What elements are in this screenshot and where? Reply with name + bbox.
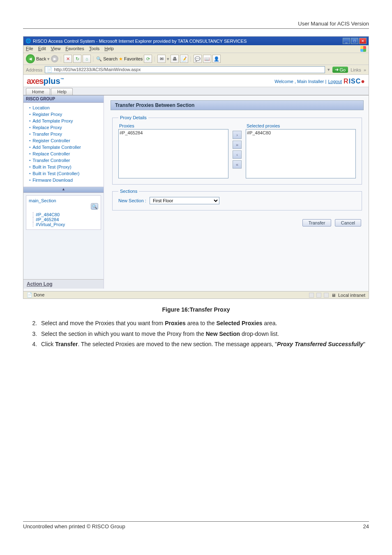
footer-left: Uncontrolled when printed © RISCO Group: [23, 523, 125, 530]
maximize-button[interactable]: □: [351, 38, 358, 44]
list-item[interactable]: #P_484C80: [247, 130, 355, 135]
links-label[interactable]: Links: [350, 67, 361, 72]
nav-bit-proxy[interactable]: Built in Test (Proxy): [29, 164, 100, 170]
status-right: Local intranet: [338, 293, 365, 298]
zone-icon: 🖥: [331, 293, 336, 298]
address-label: Address: [26, 67, 42, 72]
go-button[interactable]: ➜ Go: [332, 67, 348, 73]
selected-proxies-label: Selected proxies: [246, 123, 356, 129]
favorites-label: Favorites: [124, 56, 143, 61]
nav-register-proxy[interactable]: Register Proxy: [29, 111, 100, 118]
group-header: RISCO GROUP: [23, 95, 104, 103]
tree-item[interactable]: #P_465284: [33, 217, 98, 222]
menu-favorites[interactable]: Favorites: [65, 46, 84, 52]
back-button[interactable]: ◄: [26, 54, 35, 63]
minimize-button[interactable]: _: [343, 38, 350, 44]
status-left: 📄 Done: [27, 292, 44, 298]
nav-transfer-controller[interactable]: Transfer Controller: [29, 157, 100, 164]
menu-help[interactable]: Help: [104, 46, 114, 52]
search-label: Search: [103, 56, 118, 61]
tree-item[interactable]: #Virtual_Proxy: [33, 222, 98, 227]
figure-caption: Figure 16:Transfer Proxy: [23, 306, 369, 313]
logout-link[interactable]: Logout: [328, 79, 342, 84]
stop-button[interactable]: ✕: [64, 55, 72, 63]
print-button[interactable]: 🖶: [171, 55, 179, 63]
done-icon: 📄: [27, 292, 32, 297]
proxy-details-legend: Proxy Details: [118, 115, 148, 120]
new-section-select[interactable]: First Floor: [150, 197, 219, 204]
nav-add-template-proxy[interactable]: Add Template Proxy: [29, 118, 100, 124]
page-icon: 📄: [47, 67, 53, 72]
nav-replace-proxy[interactable]: Replace Proxy: [29, 124, 100, 131]
cancel-button[interactable]: Cancel: [335, 219, 361, 227]
mail-button[interactable]: ✉: [157, 55, 166, 63]
home-button[interactable]: ⌂: [83, 55, 91, 63]
nav-add-template-controller[interactable]: Add Template Controller: [29, 144, 100, 150]
menu-view[interactable]: View: [51, 46, 61, 52]
welcome-text: Welcome , Main Installer |: [274, 79, 326, 84]
forward-button[interactable]: ►: [51, 55, 58, 62]
history-button[interactable]: ⟳: [144, 55, 152, 63]
window-title: RISCO Access Control System - Microsoft …: [33, 39, 247, 44]
brand-logo: axesplus™: [27, 76, 64, 86]
nav-bit-controller[interactable]: Built in Test (Controller): [29, 170, 100, 177]
address-input[interactable]: 📄 http://01hw182233/ACIS/MainWindow.aspx: [45, 66, 325, 73]
tree-root[interactable]: main_Section: [29, 198, 98, 203]
nav-firmware-download[interactable]: Firmware Download: [29, 177, 100, 183]
move-left-button[interactable]: ‹: [233, 150, 242, 159]
edit-button[interactable]: 📝: [180, 55, 188, 63]
footer-page: 24: [363, 523, 369, 530]
transfer-button[interactable]: Transfer: [302, 219, 332, 227]
favorites-icon[interactable]: ★: [119, 56, 123, 62]
menu-tools[interactable]: Tools: [89, 46, 100, 52]
risco-logo: RISC●: [344, 78, 365, 85]
tab-home[interactable]: Home: [26, 88, 50, 95]
tree-item[interactable]: #P_484C80: [33, 212, 98, 217]
nav-replace-controller[interactable]: Replace Controller: [29, 150, 100, 157]
step-4: Click Transfer. The selected Proxies are…: [39, 340, 369, 349]
windows-flag-icon: [360, 46, 366, 52]
list-item[interactable]: #P_465284: [120, 130, 227, 135]
search-icon[interactable]: 🔍: [96, 56, 102, 62]
step-2: Select and move the Proxies that you wan…: [39, 319, 369, 328]
nav-register-controller[interactable]: Register Controller: [29, 137, 100, 144]
proxies-label: Proxies: [118, 123, 228, 129]
research-button[interactable]: 📖: [203, 55, 211, 63]
menu-edit[interactable]: Edit: [38, 46, 46, 52]
status-divider: [324, 293, 329, 298]
nav-transfer-proxy[interactable]: Transfer Proxy: [29, 131, 100, 137]
new-section-label: New Section :: [118, 198, 146, 203]
discuss-button[interactable]: 💬: [194, 55, 202, 63]
close-button[interactable]: ✕: [359, 38, 367, 44]
screenshot: 🌐 RISCO Access Control System - Microsof…: [23, 36, 369, 299]
selected-proxies-listbox[interactable]: #P_484C80: [246, 129, 356, 178]
refresh-button[interactable]: ↻: [73, 55, 81, 63]
proxies-listbox[interactable]: #P_465284: [118, 129, 228, 178]
menu-file[interactable]: File: [26, 46, 33, 52]
move-all-right-button[interactable]: »: [233, 141, 242, 149]
back-label: Back: [36, 56, 46, 61]
tree-search-button[interactable]: 🔍: [91, 203, 98, 210]
nav-location[interactable]: Location: [29, 104, 100, 111]
status-divider: [316, 293, 321, 298]
action-log-link[interactable]: Action Log: [23, 279, 104, 289]
page-header-right: User Manual for ACIS Version: [23, 21, 369, 29]
sections-legend: Sections: [118, 189, 139, 194]
section-title: Transfer Proxies Between Section: [111, 100, 364, 110]
tab-help[interactable]: Help: [51, 88, 73, 95]
status-divider: [309, 293, 314, 298]
move-right-button[interactable]: ›: [233, 131, 242, 139]
step-3: Select the section in which you want to …: [39, 330, 369, 338]
ie-icon: 🌐: [25, 38, 31, 44]
collapse-panel-header[interactable]: ▲: [23, 187, 104, 193]
move-all-left-button[interactable]: «: [233, 160, 242, 169]
messenger-button[interactable]: 👤: [212, 55, 221, 63]
